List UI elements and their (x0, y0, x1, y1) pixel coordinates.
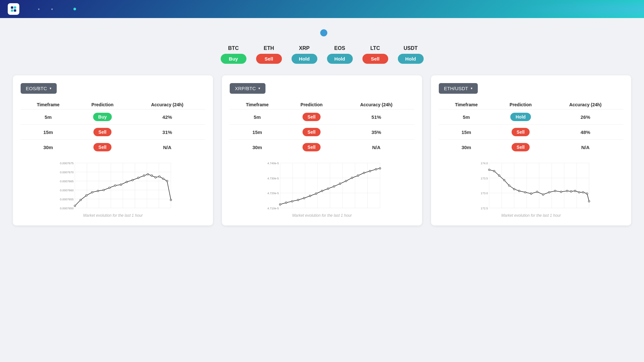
table-row: 15m Sell 35% (230, 125, 414, 140)
svg-point-34 (126, 181, 128, 183)
svg-text:173.5: 173.5 (481, 177, 488, 180)
svg-point-67 (309, 195, 311, 197)
signal-badge-sell: Sell (362, 54, 388, 64)
nav-market-mood[interactable]: ▾ (45, 5, 57, 14)
col-accuracy: Accuracy (24h) (129, 100, 205, 110)
svg-point-79 (379, 167, 381, 169)
col-accuracy: Accuracy (24h) (338, 100, 414, 110)
price-chart: 4.740e-54.730e-54.720e-54.710e-5 (230, 160, 414, 211)
svg-text:4.710e-5: 4.710e-5 (267, 207, 279, 210)
svg-point-43 (166, 180, 168, 182)
svg-point-75 (357, 175, 359, 176)
prediction-badge: Sell (303, 143, 321, 151)
info-icon[interactable] (320, 29, 327, 36)
svg-text:0.0007655: 0.0007655 (60, 198, 74, 201)
svg-text:0.0007650: 0.0007650 (60, 207, 74, 210)
svg-text:0.0007670: 0.0007670 (60, 171, 74, 174)
accuracy-cell: N/A (338, 140, 414, 155)
svg-point-110 (560, 191, 562, 193)
svg-point-113 (574, 190, 576, 192)
svg-point-37 (143, 175, 145, 176)
svg-point-35 (132, 179, 133, 181)
nav-predictions[interactable] (59, 6, 68, 12)
signal-col-usdt: USDTHold (393, 45, 428, 64)
logo-icon (8, 3, 19, 15)
prediction-badge: Sell (512, 128, 530, 136)
signal-coin: ETH (264, 45, 274, 51)
prediction-card-eos-btc: EOS/BTC▾ Timeframe Prediction Accuracy (… (13, 75, 213, 225)
chevron-down-icon: ▾ (471, 86, 473, 90)
table-row: 30m Sell N/A (230, 140, 414, 155)
pair-label: ETH/USDT (444, 86, 468, 91)
svg-point-106 (536, 191, 538, 193)
svg-point-78 (375, 168, 377, 170)
svg-point-102 (514, 188, 515, 190)
accuracy-cell: 26% (547, 110, 623, 125)
col-timeframe: Timeframe (21, 100, 76, 110)
chevron-down-icon: ▾ (50, 86, 52, 90)
prediction-badge: Buy (93, 113, 112, 121)
svg-text:173.0: 173.0 (481, 192, 488, 195)
prediction-cell: Sell (285, 140, 338, 155)
col-prediction: Prediction (285, 100, 338, 110)
pair-dropdown[interactable]: ETH/USDT▾ (439, 83, 478, 94)
nav-logs[interactable] (84, 6, 93, 12)
svg-point-30 (103, 189, 104, 191)
svg-text:4.740e-5: 4.740e-5 (267, 162, 279, 165)
svg-point-33 (120, 184, 122, 186)
signal-coin: BTC (228, 45, 239, 51)
timeframe-cell: 5m (21, 110, 76, 125)
chart-container: 174.0173.5173.0172.5 (439, 160, 623, 211)
signal-col-eos: EOSHold (322, 45, 358, 64)
svg-point-112 (570, 191, 572, 192)
svg-point-71 (333, 186, 335, 187)
svg-point-107 (542, 194, 544, 195)
table-row: 5m Sell 51% (230, 110, 414, 125)
pair-dropdown[interactable]: XRP/BTC▾ (230, 83, 265, 94)
nav-autotrading[interactable] (69, 5, 82, 13)
table-row: 5m Buy 42% (21, 110, 205, 125)
svg-point-40 (155, 176, 156, 178)
svg-point-116 (586, 193, 588, 195)
svg-point-41 (159, 176, 160, 177)
chart-container: 4.740e-54.730e-54.720e-54.710e-5 (230, 160, 414, 211)
pair-dropdown[interactable]: EOS/BTC▾ (21, 83, 57, 94)
page-title (317, 29, 327, 36)
chart-caption: Market evolution for the last 1 hour (439, 213, 623, 218)
svg-point-25 (74, 205, 76, 207)
signal-col-btc: BTCBuy (216, 45, 251, 64)
accuracy-cell: 51% (338, 110, 414, 125)
signal-coin: LTC (370, 45, 380, 51)
logo[interactable] (8, 3, 22, 15)
svg-point-108 (548, 192, 550, 193)
table-row: 30m Sell N/A (21, 140, 205, 155)
svg-point-26 (80, 199, 82, 201)
signal-coin: USDT (404, 45, 418, 51)
table-row: 15m Sell 48% (439, 125, 623, 140)
svg-point-115 (582, 192, 584, 193)
signal-col-eth: ETHSell (251, 45, 287, 64)
svg-point-105 (530, 193, 532, 195)
svg-text:0.0007665: 0.0007665 (60, 180, 74, 183)
svg-point-114 (578, 192, 580, 193)
timeframe-cell: 30m (230, 140, 285, 155)
pair-label: EOS/BTC (26, 86, 47, 91)
prediction-badge: Sell (303, 113, 321, 121)
prediction-cell: Sell (494, 140, 547, 155)
cards-row: EOS/BTC▾ Timeframe Prediction Accuracy (… (13, 75, 631, 225)
nav-portfolio[interactable] (94, 6, 103, 12)
chart-container: 0.00076750.00076700.00076650.00076600.00… (21, 160, 205, 211)
price-chart: 0.00076750.00076700.00076650.00076600.00… (21, 160, 205, 211)
timeframe-cell: 15m (230, 125, 285, 140)
nav-indicators[interactable]: ▾ (32, 5, 44, 14)
svg-point-97 (488, 169, 490, 171)
prediction-table: Timeframe Prediction Accuracy (24h) 5m B… (21, 100, 205, 155)
col-prediction: Prediction (494, 100, 547, 110)
prediction-table: Timeframe Prediction Accuracy (24h) 5m S… (230, 100, 414, 155)
signal-badge-hold: Hold (327, 54, 353, 64)
main-content: BTCBuyETHSellXRPHoldEOSHoldLTCSellUSDTHo… (0, 18, 644, 236)
prediction-cell: Sell (76, 140, 129, 155)
pair-label: XRP/BTC (235, 86, 256, 91)
timeframe-cell: 5m (439, 110, 494, 125)
svg-point-103 (518, 190, 520, 192)
